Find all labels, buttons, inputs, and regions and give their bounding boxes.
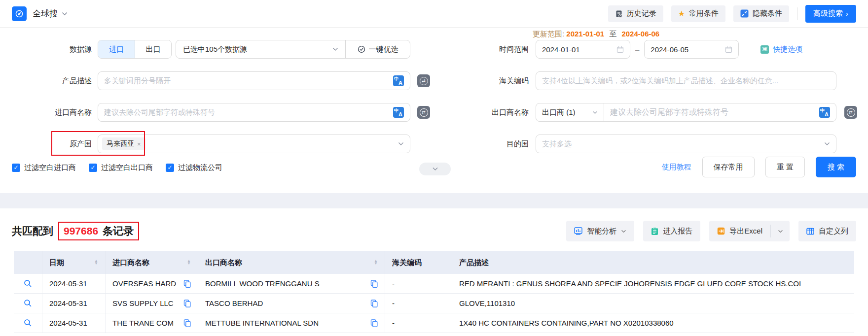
favorites-button[interactable]: ★ 常用条件 [671, 5, 725, 22]
synonym-toggle-button[interactable]: ⇄ [417, 74, 430, 87]
importer-cell[interactable]: THE TRANE COM [106, 313, 198, 333]
translate-icon[interactable]: 中 A [819, 107, 830, 118]
chevron-down-icon [432, 167, 438, 171]
one-click-optimize-button[interactable]: 一键优选 [346, 40, 410, 58]
custom-columns-button[interactable]: 自定义列 [798, 221, 856, 241]
exchange-icon: ⇄ [420, 108, 428, 117]
export-options-chevron[interactable] [771, 221, 790, 241]
importer-cell[interactable]: OVERSEAS HARD [106, 274, 198, 293]
exporter-cell[interactable]: BORMILL WOOD TRENGGANU S [198, 274, 385, 293]
exporter-input[interactable]: 建议去除公司尾部字符或特殊符号 中 A [604, 103, 836, 121]
checkbox-filter-blank-importer[interactable]: ✓ 过滤空白进口商 [12, 163, 76, 172]
date-to-input[interactable]: 2024-06-05 [644, 40, 739, 59]
checkbox-filter-blank-exporter[interactable]: ✓ 过滤空白出口商 [89, 163, 153, 172]
favorites-label: 常用条件 [689, 9, 719, 18]
matched-suffix: 条记录 [103, 224, 134, 238]
exporter-name: TASCO BERHAD [205, 299, 263, 307]
remove-tag-icon[interactable]: × [137, 141, 141, 147]
hs-code-controls: 支持4位以上海关编码，或2位海关编码加上产品描述、企业名称的任意... [536, 71, 836, 90]
enter-report-button[interactable]: 进入报告 [643, 221, 700, 241]
row-detail-cell [14, 313, 42, 333]
magnifier-icon[interactable] [24, 279, 32, 288]
header-importer[interactable]: 进口商名称 ▲▼ [106, 251, 198, 274]
exporter-type-select[interactable]: 出口商 (1) [536, 103, 604, 121]
datasource-group: 已选中105个数据源 一键优选 [176, 40, 410, 59]
copy-icon[interactable] [183, 319, 191, 327]
date-cell: 2024-05-31 [42, 274, 106, 293]
magnifier-icon[interactable] [24, 319, 32, 327]
exporter-controls: 出口商 (1) 建议去除公司尾部字符或特殊符号 中 A [536, 103, 836, 122]
filter-checkbox-row: ✓ 过滤空白进口商 ✓ 过滤空白出口商 ✓ 过滤物流公司 [12, 159, 222, 176]
copy-icon[interactable] [370, 300, 378, 307]
hs-cell: - [385, 274, 452, 293]
calendar-icon [616, 46, 624, 53]
update-range-from: 2021-01-01 [566, 30, 604, 38]
history-button[interactable]: 历史记录 [608, 5, 663, 22]
report-clipboard-icon [651, 227, 658, 235]
arrow-right-icon: › [846, 9, 848, 18]
time-range-label: 时间范围 [437, 45, 529, 54]
spacer [417, 134, 430, 153]
time-range-controls: 2024-01-01 – 2024-06-05 [536, 40, 836, 59]
exporter-cell[interactable]: METTUBE INTERNATIONAL SDN [198, 313, 385, 333]
exporter-name: METTUBE INTERNATIONAL SDN [205, 319, 319, 327]
origin-country-label: 原产国 [12, 139, 92, 149]
sort-carets-icon[interactable]: ▲▼ [374, 260, 378, 265]
origin-country-select[interactable]: 马来西亚 × [98, 134, 410, 153]
advanced-search-button[interactable]: 高级搜索 › [805, 5, 856, 23]
importer-cell[interactable]: SVS SUPPLY LLC [106, 294, 198, 313]
translate-icon[interactable]: 中 A [393, 75, 404, 86]
table-row: 2024-05-31 SVS SUPPLY LLC TASCO BERHAD -… [14, 294, 854, 313]
copy-icon[interactable] [370, 319, 378, 327]
quick-options-link[interactable]: ⌘ 快捷选项 [760, 45, 802, 54]
exchange-icon: ⇄ [847, 108, 855, 117]
date-range: 2024-01-01 – 2024-06-05 [536, 40, 836, 59]
match-count-highlight-box: 997686 条记录 [58, 222, 139, 240]
collapse-form-button[interactable] [419, 163, 451, 175]
checkbox-label: 过滤物流公司 [178, 163, 222, 172]
sort-carets-icon[interactable]: ▲▼ [187, 260, 191, 265]
hide-conditions-button[interactable]: 隐藏条件 [733, 5, 789, 22]
product-desc-input[interactable]: 多关键词用分号隔开 中 A [98, 71, 410, 90]
tab-export[interactable]: 出口 [135, 40, 171, 58]
header-exporter[interactable]: 出口商名称 ▲▼ [198, 251, 385, 274]
export-excel-button[interactable]: 导出Excel [709, 221, 770, 241]
app-logo [12, 6, 27, 21]
advanced-search-label: 高级搜索 [813, 9, 843, 18]
datasource-select[interactable]: 已选中105个数据源 [176, 40, 345, 58]
copy-icon[interactable] [183, 280, 191, 288]
tab-import[interactable]: 进口 [98, 40, 135, 58]
header-hs: 海关编码 [385, 251, 452, 274]
header-importer-label: 进口商名称 [112, 258, 149, 268]
dest-country-select[interactable]: 支持多选 [536, 134, 836, 153]
synonym-toggle-button[interactable]: ⇄ [844, 106, 857, 119]
checkbox-checked-icon: ✓ [166, 164, 174, 172]
date-from-input[interactable]: 2024-01-01 [536, 40, 630, 59]
magnifier-icon[interactable] [24, 299, 32, 307]
synonym-toggle-button[interactable]: ⇄ [417, 106, 430, 119]
save-common-button[interactable]: 保存常用 [702, 157, 755, 177]
app-switch-chevron[interactable] [62, 12, 68, 16]
smart-analysis-button[interactable]: 智能分析 [566, 221, 634, 241]
table-row: 2024-05-31 THE TRANE COM METTUBE INTERNA… [14, 313, 854, 333]
translate-icon[interactable]: 中 A [393, 107, 404, 118]
exporter-cell[interactable]: TASCO BERHAD [198, 294, 385, 313]
importer-input[interactable]: 建议去除公司尾部字符或特殊符号 中 A [98, 103, 410, 122]
header-desc: 产品描述 [452, 251, 854, 274]
form-action-buttons: 使用教程 保存常用 重 置 搜 索 [662, 157, 856, 177]
collapse-icon [740, 9, 749, 18]
hs-code-input[interactable]: 支持4位以上海关编码，或2位海关编码加上产品描述、企业名称的任意... [536, 71, 836, 90]
copy-icon[interactable] [183, 300, 191, 307]
header-date[interactable]: 日期 ▲▼ [42, 251, 106, 274]
reset-button[interactable]: 重 置 [765, 157, 805, 177]
desc-cell: 1X40 HC CONTAINERS CONTAINING,PART NO X0… [452, 313, 854, 333]
sort-carets-icon[interactable]: ▲▼ [94, 260, 98, 265]
tutorial-link[interactable]: 使用教程 [662, 163, 691, 172]
section-separator [0, 193, 868, 208]
search-button[interactable]: 搜 索 [816, 157, 856, 177]
checkbox-filter-logistics[interactable]: ✓ 过滤物流公司 [166, 163, 222, 172]
copy-icon[interactable] [370, 280, 378, 288]
quick-options-label: 快捷选项 [773, 45, 802, 54]
match-count: 997686 [64, 225, 98, 237]
table-header-row: 日期 ▲▼ 进口商名称 ▲▼ 出口商名称 ▲▼ 海关编码 产品描述 [14, 251, 854, 274]
